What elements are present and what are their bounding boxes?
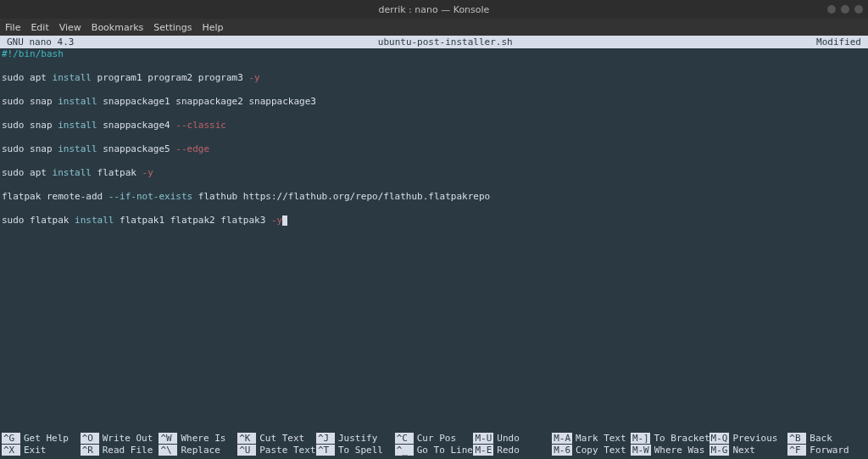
nano-help-item: ^FForward [787,444,866,456]
nano-help-label: Where Was [654,445,705,456]
editor-line: sudo snap install snappackage4 --classic [2,120,866,132]
nano-help-item: M-WWhere Was [631,444,709,456]
nano-help-item: ^UPaste Text [237,444,316,456]
nano-help-item: ^_Go To Line [395,444,474,456]
nano-help-key: ^J [316,433,335,444]
text-cursor [282,216,287,226]
editor-line [2,155,866,167]
nano-help-key: ^U [237,445,256,456]
nano-help-label: Paste Text [259,445,315,456]
nano-help-item: ^RRead File [81,444,159,456]
window-minimize-button[interactable] [827,5,836,14]
window-title: derrik : nano — Konsole [379,4,490,15]
nano-help: ^GGet Help^OWrite Out^WWhere Is^KCut Tex… [0,430,868,459]
nano-help-row: ^XExit^RRead File^\Replace^UPaste Text^T… [2,444,866,456]
window-close-button[interactable] [854,5,863,14]
nano-help-item: ^BBack [787,432,866,444]
nano-help-label: To Spell [338,445,383,456]
nano-help-item: ^OWrite Out [81,432,159,444]
nano-help-key: ^K [237,433,256,444]
nano-help-label: To Bracket [654,433,709,444]
editor-line [2,132,866,143]
menu-settings[interactable]: Settings [153,22,192,33]
nano-help-label: Back [810,433,832,444]
nano-help-key: M-A [552,433,572,444]
editor-line: sudo snap install snappackage1 snappacka… [2,96,866,108]
nano-help-item: M-QPrevious [709,432,788,444]
nano-help-key: M-E [473,445,493,456]
nano-help-item: M-]To Bracket [631,432,709,444]
nano-help-label: Replace [181,445,220,456]
menu-bookmarks[interactable]: Bookmarks [92,22,143,33]
nano-help-label: Undo [497,433,520,444]
nano-help-key: ^B [787,433,806,444]
nano-help-key: ^\ [159,445,177,456]
nano-help-label: Cur Pos [417,433,456,444]
nano-help-item: ^TTo Spell [316,444,395,456]
nano-help-item: ^CCur Pos [395,432,474,444]
nano-help-item: ^GGet Help [2,432,81,444]
nano-help-label: Redo [497,445,520,456]
window-controls [827,5,863,14]
nano-help-row: ^GGet Help^OWrite Out^WWhere Is^KCut Tex… [2,432,866,444]
editor-line: sudo apt install flatpak -y [2,167,866,179]
nano-help-label: Write Out [103,433,153,444]
nano-help-label: Read File [103,445,153,456]
nano-help-item: ^\Replace [159,444,237,456]
nano-help-key: M-Q [709,433,730,444]
nano-help-key: M-] [631,433,651,444]
menu-view[interactable]: View [59,22,81,33]
nano-help-item: ^XExit [2,444,81,456]
nano-help-label: Forward [810,445,849,456]
nano-help-key: ^R [81,445,99,456]
nano-help-key: ^F [787,445,806,456]
window-titlebar: derrik : nano — Konsole [0,0,868,19]
nano-help-key: ^T [316,445,335,456]
nano-filename: ubuntu-post-installer.sh [74,36,816,48]
nano-help-label: Cut Text [259,433,304,444]
nano-help-item: M-ERedo [473,444,552,456]
nano-help-item: ^WWhere Is [159,432,237,444]
nano-header: GNU nano 4.3 ubuntu-post-installer.sh Mo… [0,36,868,48]
nano-help-label: Previous [732,433,777,444]
editor-line [2,60,866,72]
nano-help-key: M-G [709,445,730,456]
nano-help-key: M-W [631,445,651,456]
nano-status: Modified [816,36,861,48]
nano-help-key: ^W [159,433,177,444]
window-maximize-button[interactable] [841,5,849,14]
editor-line [2,203,866,215]
nano-help-item: M-UUndo [473,432,552,444]
editor-line [2,108,866,120]
menu-edit[interactable]: Edit [31,22,48,33]
nano-help-key: ^_ [395,445,414,456]
app-menubar: File Edit View Bookmarks Settings Help [0,19,868,36]
nano-help-key: ^X [2,445,20,456]
nano-help-item: M-GNext [709,444,788,456]
nano-help-key: ^G [2,433,20,444]
nano-help-item: M-AMark Text [552,432,631,444]
nano-help-item: ^JJustify [316,432,395,444]
editor-area[interactable]: #!/bin/bash sudo apt install program1 pr… [0,48,868,430]
nano-help-label: Where Is [181,433,225,444]
nano-help-item: M-6Copy Text [552,444,631,456]
editor-line [2,179,866,191]
nano-help-label: Get Help [24,433,69,444]
nano-help-key: M-6 [552,445,572,456]
nano-help-label: Go To Line [417,445,473,456]
menu-file[interactable]: File [5,22,20,33]
editor-line: #!/bin/bash [2,48,866,60]
menu-help[interactable]: Help [202,22,223,33]
nano-help-label: Justify [338,433,377,444]
nano-help-item: ^KCut Text [237,432,316,444]
nano-help-key: ^C [395,433,414,444]
nano-help-label: Copy Text [576,445,626,456]
nano-version: GNU nano 4.3 [7,36,74,48]
editor-line: sudo snap install snappackage5 --edge [2,143,866,155]
editor-line: sudo flatpak install flatpak1 flatpak2 f… [2,215,866,227]
editor-line [2,84,866,96]
editor-line: sudo apt install program1 program2 progr… [2,72,866,84]
nano-help-label: Mark Text [576,433,626,444]
nano-help-key: M-U [473,433,493,444]
nano-help-label: Next [732,445,755,456]
